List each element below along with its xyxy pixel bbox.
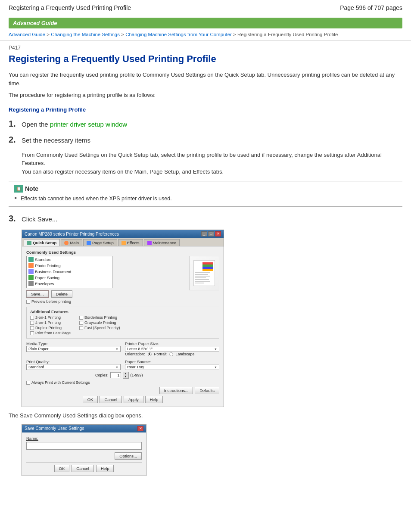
dialog-body: Commonly Used Settings Standard Photo Pr… (22, 246, 224, 407)
maximize-button[interactable]: □ (208, 231, 214, 236)
landscape-label: Landscape (176, 352, 195, 356)
always-print-checkbox[interactable] (26, 381, 30, 385)
copies-row: Copies: ▲ ▼ (1-999) (95, 372, 219, 379)
always-print-label: Always Print with Current Settings (31, 380, 90, 385)
save-name-label: Name: (26, 436, 142, 441)
copies-input[interactable] (110, 372, 121, 378)
preview-label: Preview before printing (31, 299, 71, 304)
save-help-button[interactable]: Help (96, 465, 114, 472)
print-quality-col: Print Quality: Standard ▼ (26, 359, 121, 370)
advanced-guide-label: Advanced Guide (13, 20, 57, 26)
dialog-title: Canon MP280 series Printer Printing Pref… (25, 232, 119, 236)
breadcrumb-sep1: > (47, 32, 51, 37)
main-content: P417 Registering a Frequently Used Print… (0, 40, 411, 488)
media-type-value: Plain Paper (28, 347, 49, 351)
paper-size-arrow: ▼ (214, 348, 217, 351)
preview-checkbox-row: Preview before printing (26, 299, 186, 304)
breadcrumb-sep2: > (121, 32, 125, 37)
save-name-input[interactable] (26, 442, 142, 450)
options-button[interactable]: Options... (115, 452, 142, 460)
feature-grayscale: Grayscale Printing (79, 320, 120, 325)
page-title: Registering a Frequently Used Printing P… (9, 53, 402, 65)
step-3-text: Click Save... (22, 215, 57, 224)
paper-size-select[interactable]: Letter 8.5"x11" ▼ (125, 346, 219, 352)
breadcrumb-current: > Registering a Frequently Used Printing… (233, 32, 338, 37)
breadcrumb-link-computer-settings[interactable]: Changing Machine Settings from Your Comp… (125, 32, 232, 37)
breadcrumb-link-machine-settings[interactable]: Changing the Machine Settings (51, 32, 120, 37)
note-header: 📋 Note (14, 185, 397, 193)
copies-spinner[interactable]: ▲ ▼ (123, 372, 129, 379)
intro-paragraph-1: You can register the frequently used pri… (9, 71, 402, 87)
tab-effects[interactable]: Effects (118, 239, 143, 246)
apply-button[interactable]: Apply (124, 396, 143, 403)
list-item-envelopes[interactable]: Envelopes (27, 280, 112, 286)
list-item-business[interactable]: Business Document (27, 268, 112, 274)
save-dialog-title-text: Save Commonly Used Settings (25, 426, 84, 431)
print-quality-select[interactable]: Standard ▼ (26, 364, 121, 370)
save-cancel-button[interactable]: Cancel (72, 465, 94, 472)
ok-button[interactable]: OK (83, 396, 98, 403)
tab-quick-setup[interactable]: Quick Setup (24, 239, 60, 246)
step-2-number: 2. (9, 135, 22, 145)
breadcrumb: Advanced Guide > Changing the Machine Se… (0, 28, 411, 40)
list-item-paper-saving[interactable]: Paper Saving (27, 274, 112, 280)
save-delete-row: Save... Delete (26, 290, 186, 298)
save-dialog: Save Commonly Used Settings ✕ Name: Opti… (22, 424, 146, 476)
spinner-up[interactable]: ▲ (123, 372, 128, 375)
breadcrumb-link-advanced-guide[interactable]: Advanced Guide (9, 32, 45, 37)
media-type-select[interactable]: Plain Paper ▼ (26, 346, 121, 352)
settings-list[interactable]: Standard Photo Printing Business Documen… (26, 256, 112, 288)
landscape-radio[interactable] (169, 352, 173, 356)
titlebar-buttons: _ □ ✕ (201, 231, 221, 236)
settings-area: Standard Photo Printing Business Documen… (26, 256, 219, 305)
source-arrow: ▼ (214, 366, 217, 369)
ok-cancel-group: OK Cancel Apply Help (26, 396, 219, 403)
tab-main[interactable]: Main (61, 239, 82, 246)
dialog-tabs: Quick Setup Main Page Setup Effects Main… (22, 238, 224, 246)
print-quality-value: Standard (28, 365, 44, 369)
portrait-radio[interactable] (148, 352, 152, 356)
section-heading: Registering a Printing Profile (9, 106, 402, 113)
tab-maintenance[interactable]: Maintenance (144, 239, 180, 246)
save-ok-button[interactable]: OK (54, 465, 70, 472)
delete-button[interactable]: Delete (51, 290, 72, 298)
list-item-standard[interactable]: Standard (27, 256, 112, 262)
save-options-row: Options... (26, 452, 142, 460)
note-box: 📋 Note Effects tab cannot be used when t… (9, 181, 402, 207)
commonly-used-label: Commonly Used Settings (26, 250, 219, 255)
help-button[interactable]: Help (145, 396, 163, 403)
preview-inner (193, 260, 215, 286)
close-button[interactable]: ✕ (215, 231, 221, 236)
defaults-button[interactable]: Defaults (195, 387, 219, 394)
always-print-row: Always Print with Current Settings (26, 380, 219, 385)
print-quality-label: Print Quality: (26, 359, 121, 364)
printer-dialog-screenshot: Canon MP280 series Printer Printing Pref… (22, 230, 224, 407)
paper-size-label: Printer Paper Size: (125, 341, 219, 346)
save-dialog-caption: The Save Commonly Used Settings dialog b… (9, 411, 402, 420)
quality-source-row: Print Quality: Standard ▼ Paper Source: … (26, 359, 219, 370)
media-paper-row: Media Type: Plain Paper ▼ Printer Paper … (26, 341, 219, 358)
media-type-label: Media Type: (26, 341, 121, 346)
media-type-arrow: ▼ (115, 348, 118, 351)
tab-page-setup[interactable]: Page Setup (83, 239, 117, 246)
step-2-detail: From Commonly Used Settings on the Quick… (22, 151, 402, 176)
preview-checkbox[interactable] (26, 300, 30, 304)
step-3-number: 3. (9, 214, 22, 224)
media-type-col: Media Type: Plain Paper ▼ (26, 341, 121, 358)
minimize-button[interactable]: _ (201, 231, 207, 236)
instructions-button[interactable]: Instructions... (159, 387, 193, 394)
feature-4on1: 4-on-1 Printing (30, 320, 71, 325)
list-item-photo[interactable]: Photo Printing (27, 262, 112, 268)
spinner-down[interactable]: ▼ (123, 375, 128, 378)
feature-duplex: Duplex Printing (30, 326, 71, 330)
features-right: Borderless Printing Grayscale Printing F… (79, 315, 120, 336)
features-columns: 2-on-1 Printing 4-on-1 Printing Duplex P… (30, 315, 215, 336)
note-icon: 📋 (14, 185, 23, 193)
save-dialog-close-button[interactable]: ✕ (137, 426, 143, 431)
cancel-button[interactable]: Cancel (100, 396, 122, 403)
note-title: Note (25, 185, 38, 192)
printer-driver-link[interactable]: printer driver setup window (50, 121, 127, 128)
paper-source-select[interactable]: Rear Tray ▼ (125, 364, 219, 370)
additional-features: Additional Features 2-on-1 Printing 4-on… (26, 307, 219, 339)
save-button[interactable]: Save... (26, 290, 49, 298)
